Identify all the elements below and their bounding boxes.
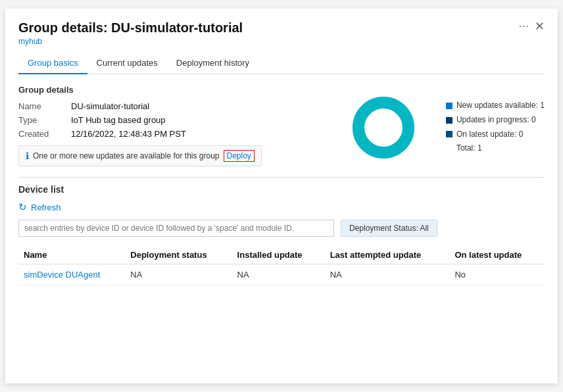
- legend-new-updates: New updates available: 1: [446, 99, 545, 113]
- deployment-status-cell: NA: [125, 264, 232, 285]
- close-button[interactable]: ✕: [535, 20, 545, 32]
- detail-created-row: Created 12/16/2022, 12:48:43 PM PST: [18, 129, 308, 139]
- table-header-row: Name Deployment status Installed update …: [18, 246, 545, 264]
- tab-bar: Group basics Current updates Deployment …: [18, 53, 545, 74]
- name-label: Name: [18, 101, 71, 111]
- alert-box: ℹ One or more new updates are available …: [18, 145, 262, 166]
- divider: [18, 177, 545, 178]
- chart-legend: New updates available: 1 Updates in prog…: [446, 99, 545, 155]
- refresh-icon: ↻: [18, 201, 27, 213]
- legend-dot-total: [446, 145, 453, 152]
- created-value: 12/16/2022, 12:48:43 PM PST: [71, 129, 186, 139]
- panel-header: Group details: DU-simulator-tutorial myh…: [18, 20, 545, 46]
- header-icons: ··· ✕: [519, 20, 545, 32]
- donut-svg: [347, 91, 420, 164]
- detail-type-row: Type IoT Hub tag based group: [18, 115, 308, 125]
- tab-current-updates[interactable]: Current updates: [87, 53, 167, 74]
- refresh-label: Refresh: [31, 203, 61, 212]
- tab-deployment-history[interactable]: Deployment history: [167, 53, 258, 74]
- search-filter-row: Deployment Status: All: [18, 220, 545, 237]
- legend-label-in-progress: Updates in progress: 0: [456, 113, 536, 128]
- main-content: Group details Name DU-simulator-tutorial…: [18, 85, 545, 285]
- legend-total: Total: 1: [446, 141, 545, 156]
- deployment-status-filter[interactable]: Deployment Status: All: [341, 220, 437, 237]
- type-value: IoT Hub tag based group: [71, 115, 166, 125]
- donut-chart: [347, 91, 420, 164]
- detail-name-row: Name DU-simulator-tutorial: [18, 101, 308, 111]
- col-last-attempted-update: Last attempted update: [325, 246, 450, 264]
- type-label: Type: [18, 115, 71, 125]
- legend-label-new-updates: New updates available: 1: [456, 99, 545, 113]
- col-on-latest-update: On latest update: [449, 246, 545, 264]
- title-area: Group details: DU-simulator-tutorial myh…: [18, 20, 243, 46]
- panel-subtitle: myhub: [18, 37, 243, 46]
- device-name-cell[interactable]: simDevice DUAgent: [18, 264, 125, 285]
- more-options-icon[interactable]: ···: [519, 20, 529, 32]
- on-latest-update-cell: No: [449, 264, 545, 285]
- col-name: Name: [18, 246, 125, 264]
- alert-text: One or more new updates are available fo…: [33, 151, 220, 160]
- info-icon: ℹ: [26, 151, 29, 161]
- last-attempted-update-cell: NA: [325, 264, 450, 285]
- created-label: Created: [18, 129, 71, 139]
- panel-title: Group details: DU-simulator-tutorial: [18, 20, 243, 36]
- legend-label-total: Total: 1: [456, 141, 482, 156]
- col-deployment-status: Deployment status: [125, 246, 232, 264]
- details-left: Name DU-simulator-tutorial Type IoT Hub …: [18, 101, 308, 166]
- device-list-title: Device list: [18, 184, 545, 195]
- table-row: simDevice DUAgent NA NA NA No: [18, 264, 545, 285]
- legend-dot-on-latest: [446, 131, 453, 137]
- legend-label-on-latest: On latest update: 0: [456, 128, 523, 142]
- chart-legend-area: New updates available: 1 Updates in prog…: [347, 88, 545, 166]
- table-body: simDevice DUAgent NA NA NA No: [18, 264, 545, 285]
- installed-update-cell: NA: [232, 264, 325, 285]
- legend-on-latest: On latest update: 0: [446, 128, 545, 142]
- name-value: DU-simulator-tutorial: [71, 101, 149, 111]
- device-table: Name Deployment status Installed update …: [18, 246, 545, 285]
- legend-in-progress: Updates in progress: 0: [446, 113, 545, 128]
- table-header: Name Deployment status Installed update …: [18, 246, 545, 264]
- refresh-button[interactable]: ↻ Refresh: [18, 201, 61, 213]
- svg-point-2: [366, 110, 401, 145]
- panel: Group details: DU-simulator-tutorial myh…: [5, 9, 558, 383]
- details-grid: Name DU-simulator-tutorial Type IoT Hub …: [18, 101, 545, 166]
- legend-dot-in-progress: [446, 117, 453, 124]
- search-input[interactable]: [18, 220, 334, 237]
- col-installed-update: Installed update: [232, 246, 325, 264]
- deploy-link[interactable]: Deploy: [224, 150, 255, 162]
- legend-dot-new-updates: [446, 103, 453, 109]
- tab-group-basics[interactable]: Group basics: [18, 53, 87, 74]
